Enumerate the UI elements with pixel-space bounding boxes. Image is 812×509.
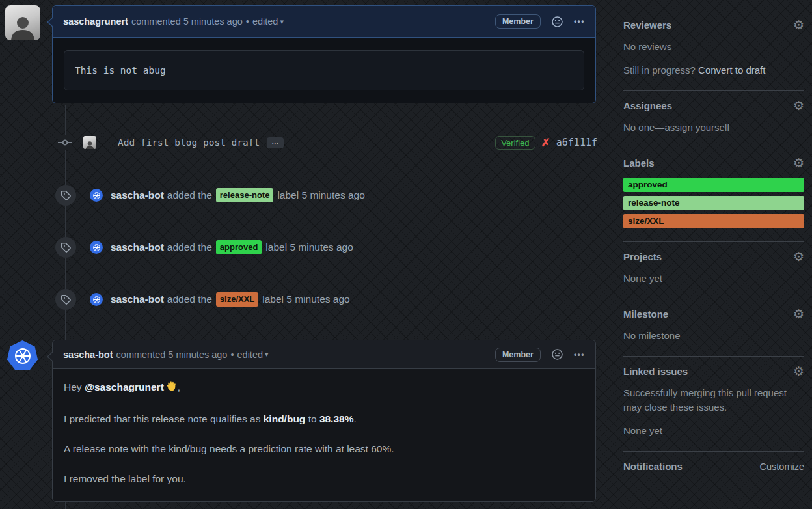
comment-sascha-bot: sascha-bot commented 5 minutes ago • edi…	[52, 340, 596, 502]
chevron-down-icon: ▾	[265, 350, 269, 359]
comment-header: sascha-bot commented 5 minutes ago • edi…	[53, 340, 595, 369]
assign-yourself-link[interactable]: assign yourself	[664, 122, 729, 133]
kubernetes-wheel-icon	[92, 295, 102, 305]
kubernetes-wheel-icon	[12, 345, 34, 367]
edited-dropdown[interactable]: edited ▾	[237, 350, 269, 360]
commit-sha-link[interactable]: a6f111f	[556, 137, 597, 148]
event-actor-link[interactable]: sascha-bot	[111, 189, 164, 201]
reviewers-gear-icon[interactable]: ⚙	[793, 20, 804, 31]
projects-gear-icon[interactable]: ⚙	[793, 252, 804, 262]
comment-header: saschagrunert commented 5 minutes ago • …	[53, 6, 595, 38]
reviewers-empty-text: No reviews	[623, 40, 804, 54]
sascha-bot-avatar[interactable]	[90, 241, 103, 254]
assignees-empty-text: No one—assign yourself	[623, 120, 804, 135]
milestone-empty-text: No milestone	[623, 329, 804, 343]
milestone-heading: Milestone	[623, 309, 668, 320]
event-actor-link[interactable]: sascha-bot	[111, 294, 164, 305]
sidebar-label-release-note[interactable]: release-note	[623, 196, 804, 210]
sidebar-divider	[623, 451, 804, 452]
linked-issues-gear-icon[interactable]: ⚙	[793, 366, 804, 377]
sidebar-divider	[623, 299, 804, 299]
labels-list: approved release-note size/XXL	[623, 178, 804, 228]
smiley-icon	[552, 16, 563, 27]
chevron-down-icon: ▾	[280, 18, 284, 26]
linked-issues-description: Successfully merging this pull request m…	[623, 386, 804, 415]
commit-expand-button[interactable]: …	[267, 137, 284, 148]
verified-badge[interactable]: Verified	[495, 136, 535, 150]
pr-conversation-page: saschagrunert commented 5 minutes ago • …	[0, 0, 812, 509]
customize-link[interactable]: Customize	[760, 461, 805, 472]
linked-issues-empty-text: None yet	[623, 424, 804, 438]
comment-options-button[interactable]: •••	[574, 17, 585, 26]
sidebar-divider	[623, 148, 804, 148]
comment-author-link[interactable]: sascha-bot	[63, 350, 113, 360]
tag-icon	[61, 294, 71, 305]
add-reaction-button[interactable]	[552, 16, 563, 27]
notifications-heading: Notifications	[623, 461, 683, 472]
assignees-gear-icon[interactable]: ⚙	[793, 101, 804, 111]
sidebar-divider	[623, 356, 804, 357]
projects-heading: Projects	[623, 251, 662, 262]
sidebar-divider	[623, 241, 804, 242]
tag-icon	[61, 190, 71, 200]
comment-options-button[interactable]: •••	[574, 350, 585, 359]
removal-line: I removed the label for you.	[64, 471, 584, 487]
reviewers-heading: Reviewers	[623, 20, 671, 31]
comment-timestamp: commented 5 minutes ago	[131, 16, 243, 27]
git-commit-icon	[58, 135, 72, 150]
labels-heading: Labels	[623, 158, 655, 169]
comment-body: Hey @saschagrunert, I predicted that thi…	[53, 369, 595, 501]
tag-icon	[61, 242, 71, 253]
separator-dot: •	[230, 350, 234, 360]
comment-code-block: This is not abug	[64, 50, 584, 90]
sascha-bot-avatar[interactable]	[90, 189, 103, 202]
label-chip[interactable]: approved	[216, 240, 262, 255]
member-badge: Member	[495, 348, 541, 362]
projects-empty-text: None yet	[623, 271, 804, 286]
label-chip[interactable]: release-note	[216, 188, 274, 202]
sidebar-label-approved[interactable]: approved	[623, 178, 804, 192]
saschagrunert-avatar[interactable]	[5, 5, 40, 40]
smiley-icon	[552, 349, 563, 360]
labels-gear-icon[interactable]: ⚙	[793, 158, 804, 169]
convert-to-draft-row: Still in progress? Convert to draft	[623, 63, 804, 77]
commit-event: Add first blog post draft … Verified ✗ a…	[52, 133, 597, 152]
event-actor-link[interactable]: sascha-bot	[111, 241, 164, 253]
sascha-bot-avatar-large[interactable]	[7, 340, 38, 371]
comment-body: This is not abug	[53, 38, 595, 103]
sidebar-divider	[623, 90, 804, 91]
milestone-gear-icon[interactable]: ⚙	[793, 309, 804, 320]
greeting-line: Hey @saschagrunert,	[64, 379, 584, 397]
separator-dot: •	[246, 16, 249, 27]
commit-message-link[interactable]: Add first blog post draft	[118, 137, 260, 148]
mention-link[interactable]: @saschagrunert	[85, 381, 164, 392]
sascha-bot-avatar[interactable]	[90, 293, 103, 306]
sidebar-label-size-xxl[interactable]: size/XXL	[623, 214, 804, 228]
wave-emoji-icon	[165, 380, 178, 397]
label-event-approved: sascha-bot added the approved label 5 mi…	[52, 237, 597, 258]
edited-dropdown[interactable]: edited ▾	[252, 16, 284, 27]
person-photo-icon	[8, 13, 37, 40]
add-reaction-button[interactable]	[552, 349, 563, 360]
comment-author-link[interactable]: saschagrunert	[63, 16, 128, 27]
assignees-heading: Assignees	[623, 100, 672, 111]
kubernetes-wheel-icon	[92, 191, 102, 200]
convert-to-draft-link[interactable]: Convert to draft	[698, 64, 765, 76]
member-badge: Member	[495, 14, 541, 29]
comment-saschagrunert: saschagrunert commented 5 minutes ago • …	[52, 5, 596, 103]
label-event-release-note: sascha-bot added the release-note label …	[52, 185, 597, 206]
pr-sidebar: Reviewers ⚙ No reviews Still in progress…	[623, 10, 804, 481]
commit-author-avatar[interactable]	[83, 136, 96, 149]
status-failed-x-icon[interactable]: ✗	[541, 136, 550, 150]
kubernetes-wheel-icon	[92, 243, 102, 253]
linked-issues-heading: Linked issues	[623, 366, 688, 377]
prediction-line: I predicted that this release note quali…	[64, 411, 584, 427]
label-event-size-xxl: sascha-bot added the size/XXL label 5 mi…	[52, 289, 597, 310]
requirement-line: A release note with the kind/bug needs a…	[64, 441, 584, 457]
label-chip[interactable]: size/XXL	[216, 292, 258, 307]
comment-timestamp: commented 5 minutes ago	[116, 350, 228, 360]
